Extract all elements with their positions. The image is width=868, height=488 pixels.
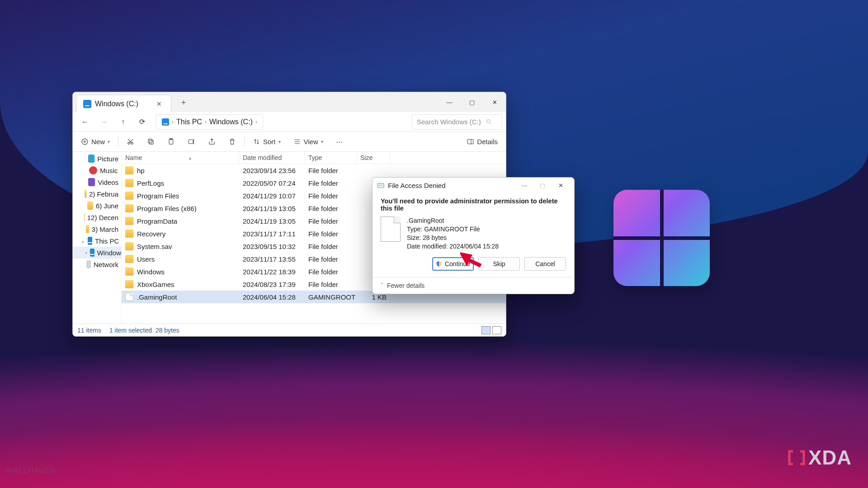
row-modified: 2024/08/23 17:39 bbox=[239, 281, 305, 288]
folder-icon bbox=[125, 230, 133, 238]
share-button[interactable] bbox=[203, 134, 220, 150]
sidebar-item[interactable]: ⌄This PC bbox=[73, 235, 121, 247]
sidebar-item[interactable]: ›Window bbox=[73, 247, 121, 258]
trash-icon bbox=[228, 138, 236, 145]
row-type: File folder bbox=[305, 205, 357, 212]
view-details-toggle[interactable] bbox=[481, 326, 491, 334]
sidebar-item-label: Network bbox=[94, 261, 118, 268]
row-type: File folder bbox=[305, 255, 357, 263]
sidebar-item-label: Picture bbox=[97, 155, 118, 163]
wallpaper-credit: WALLHAVEN bbox=[5, 466, 56, 475]
sidebar-item-label: Window bbox=[97, 249, 121, 257]
chevron-right-icon: › bbox=[205, 119, 207, 125]
cancel-button[interactable]: Cancel bbox=[524, 257, 566, 271]
active-tab[interactable]: Windows (C:) ✕ bbox=[76, 95, 171, 112]
dialog-titlebar[interactable]: File Access Denied — ▢ ✕ bbox=[373, 178, 574, 193]
more-button[interactable]: ⋯ bbox=[331, 134, 347, 150]
view-button[interactable]: View▾ bbox=[289, 134, 328, 150]
row-name: Program Files (x86) bbox=[137, 205, 197, 212]
crumb-drive[interactable]: Windows (C:) bbox=[209, 118, 253, 126]
sidebar-item[interactable]: Music bbox=[73, 164, 121, 176]
row-modified: 2024/11/22 18:39 bbox=[239, 268, 305, 276]
maximize-button[interactable]: ▢ bbox=[461, 92, 483, 112]
folder-icon bbox=[125, 255, 133, 263]
row-modified: 2022/05/07 07:24 bbox=[239, 179, 305, 187]
sort-button[interactable]: Sort▾ bbox=[248, 134, 285, 150]
sidebar-item[interactable]: 6) June bbox=[73, 200, 121, 211]
file-access-denied-dialog: File Access Denied — ▢ ✕ You'll need to … bbox=[372, 177, 575, 294]
sidebar-item[interactable]: 3) March bbox=[73, 223, 121, 235]
row-name: XboxGames bbox=[137, 281, 175, 288]
drive-icon bbox=[83, 100, 91, 108]
folder-icon bbox=[125, 267, 133, 276]
folder-transfer-icon bbox=[377, 182, 384, 189]
file-modified: Date modified: 2024/06/04 15:28 bbox=[407, 242, 499, 251]
file-size: Size: 28 bytes bbox=[407, 234, 499, 242]
status-count: 11 items bbox=[77, 327, 101, 334]
view-icons-toggle[interactable] bbox=[492, 326, 501, 334]
sidebar-item-label: 3) March bbox=[92, 225, 118, 233]
delete-button[interactable] bbox=[224, 134, 241, 150]
nav-pane[interactable]: PictureMusicVideos2) Februa6) June12) De… bbox=[73, 152, 122, 324]
details-pane-button[interactable]: Details bbox=[462, 134, 502, 150]
col-name: Name▴ bbox=[122, 152, 239, 164]
dialog-close-button[interactable]: ✕ bbox=[552, 182, 570, 189]
table-row[interactable]: hp2023/09/14 23:56File folder bbox=[122, 164, 506, 177]
row-type: File folder bbox=[305, 243, 357, 250]
search-placeholder: Search Windows (C:) bbox=[417, 118, 481, 126]
plus-circle-icon bbox=[81, 138, 89, 145]
crumb-this-pc[interactable]: This PC bbox=[176, 118, 202, 126]
titlebar[interactable]: Windows (C:) ✕ ＋ — ▢ ✕ bbox=[73, 92, 506, 112]
row-name: Recovery bbox=[137, 230, 165, 238]
sidebar-item[interactable]: Videos bbox=[73, 176, 121, 188]
skip-button[interactable]: Skip bbox=[478, 257, 520, 271]
sidebar-item-label: Videos bbox=[98, 178, 118, 186]
brand-watermark: XDA bbox=[788, 446, 852, 469]
folder-icon bbox=[125, 217, 133, 225]
row-modified: 2023/09/14 23:56 bbox=[239, 167, 305, 174]
row-name: PerfLogs bbox=[137, 179, 164, 187]
brand-bracket-icon bbox=[788, 449, 806, 467]
row-name: hp bbox=[137, 167, 145, 174]
search-box[interactable]: Search Windows (C:) bbox=[412, 114, 502, 130]
up-button[interactable]: ↑ bbox=[114, 114, 132, 130]
folder-icon bbox=[125, 179, 133, 187]
row-name: Windows bbox=[137, 268, 165, 276]
folder-icon bbox=[125, 280, 133, 288]
paste-button[interactable] bbox=[163, 134, 179, 150]
col-modified: Date modified bbox=[239, 152, 305, 164]
dialog-details-toggle[interactable]: ˄ Fewer details bbox=[373, 277, 574, 294]
close-button[interactable]: ✕ bbox=[483, 92, 506, 112]
sidebar-item[interactable]: Network bbox=[73, 258, 121, 270]
copy-button[interactable] bbox=[142, 134, 159, 150]
share-icon bbox=[208, 138, 216, 145]
copy-icon bbox=[147, 138, 155, 145]
cut-button[interactable] bbox=[122, 134, 139, 150]
continue-button[interactable]: Continue bbox=[432, 257, 474, 271]
row-modified: 2023/11/17 17:11 bbox=[239, 230, 305, 238]
tab-close-button[interactable]: ✕ bbox=[154, 99, 165, 108]
sidebar-item[interactable]: 2) Februa bbox=[73, 188, 121, 200]
file-metadata: .GamingRoot Type: GAMINGROOT File Size: … bbox=[407, 216, 499, 251]
sidebar-item-label: 12) Decen bbox=[87, 214, 118, 221]
sidebar-item[interactable]: Picture bbox=[73, 153, 121, 164]
sidebar-item[interactable]: 12) Decen bbox=[73, 211, 121, 223]
new-tab-button[interactable]: ＋ bbox=[175, 95, 192, 109]
new-button[interactable]: New ▾ bbox=[76, 134, 114, 150]
row-modified: 2024/11/19 13:05 bbox=[239, 217, 305, 225]
dialog-minimize-button[interactable]: — bbox=[515, 182, 533, 189]
refresh-button[interactable]: ⟳ bbox=[133, 114, 151, 130]
folder-icon bbox=[125, 166, 133, 174]
column-headers[interactable]: Name▴ Date modified Type Size bbox=[122, 152, 506, 164]
row-type: GAMINGROOT File bbox=[305, 293, 357, 301]
rename-button[interactable] bbox=[183, 134, 200, 150]
row-modified: 2024/11/19 13:05 bbox=[239, 205, 305, 212]
forward-button[interactable]: → bbox=[95, 114, 113, 130]
sidebar-item-label: Music bbox=[100, 167, 118, 174]
col-size: Size bbox=[357, 152, 390, 164]
breadcrumb[interactable]: › This PC › Windows (C:) › bbox=[156, 114, 263, 130]
minimize-button[interactable]: — bbox=[438, 92, 461, 112]
svg-point-0 bbox=[486, 120, 490, 123]
sidebar-item-label: This PC bbox=[95, 237, 119, 245]
back-button[interactable]: ← bbox=[76, 114, 94, 130]
